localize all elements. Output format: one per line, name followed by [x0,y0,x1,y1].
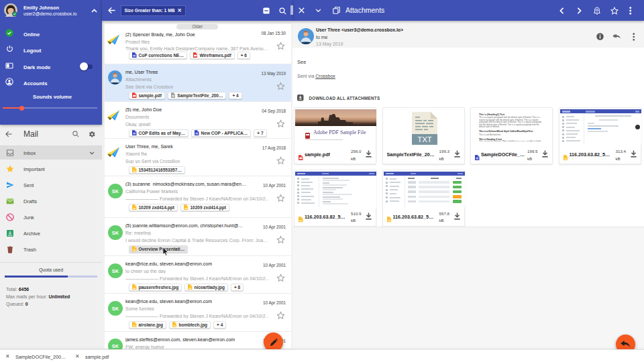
svg-text:SK: SK [112,343,119,349]
svg-text:SK: SK [112,268,119,274]
svg-text:SK: SK [112,188,119,194]
svg-text:SK: SK [112,306,119,312]
svg-text:SK: SK [112,230,119,236]
svg-text:TXT: TXT [417,135,432,143]
